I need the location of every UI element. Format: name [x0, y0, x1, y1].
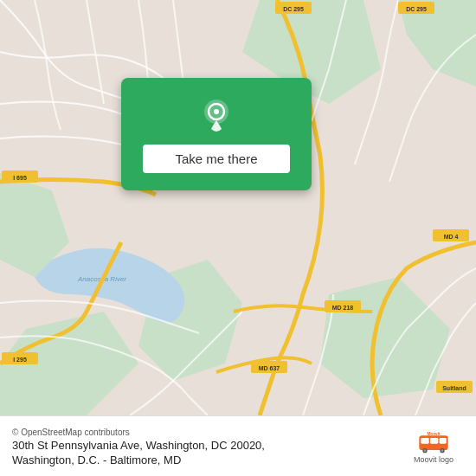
take-me-there-button[interactable]: Take me there: [143, 145, 290, 173]
svg-point-26: [214, 109, 219, 114]
svg-point-34: [441, 449, 444, 452]
svg-text:DC 295: DC 295: [283, 6, 304, 12]
svg-point-33: [424, 449, 427, 452]
address-line2: Washington, D.C. - Baltimore, MD: [12, 453, 403, 466]
moovit-icon: Moovit: [416, 429, 451, 453]
svg-text:Moovit: Moovit: [427, 431, 440, 435]
address-line1: 30th St Pennsylvania Ave, Washington, DC…: [12, 439, 403, 452]
svg-text:Suitland: Suitland: [442, 385, 466, 391]
svg-text:I 295: I 295: [13, 357, 27, 363]
svg-rect-30: [440, 438, 447, 444]
address-section: © OpenStreetMap contributors 30th St Pen…: [12, 426, 403, 466]
svg-text:MD 218: MD 218: [332, 305, 354, 311]
svg-text:DC 295: DC 295: [406, 6, 427, 12]
svg-text:I 695: I 695: [13, 175, 27, 181]
svg-text:MD 637: MD 637: [259, 365, 280, 371]
bottom-bar: © OpenStreetMap contributors 30th St Pen…: [0, 415, 476, 476]
moovit-logo: Moovit Moovit logo: [403, 429, 464, 464]
svg-rect-29: [430, 438, 438, 444]
location-pin-icon: [197, 96, 235, 134]
map-container: Anacostia River I: [0, 0, 476, 415]
svg-rect-28: [421, 438, 428, 444]
osm-attribution: © OpenStreetMap contributors: [12, 428, 403, 437]
moovit-label: Moovit logo: [414, 455, 453, 464]
svg-text:MD 4: MD 4: [444, 234, 459, 240]
action-card: Take me there: [121, 78, 312, 190]
